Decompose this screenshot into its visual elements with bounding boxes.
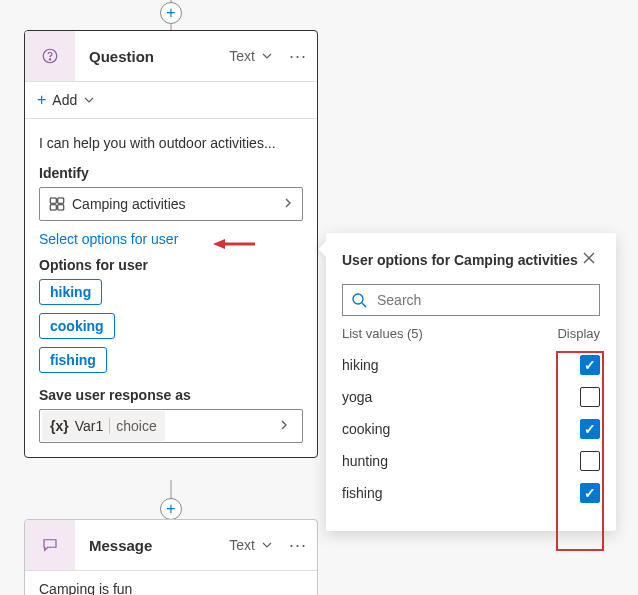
- add-button[interactable]: + Add: [25, 82, 317, 118]
- output-type-selector[interactable]: Text: [229, 537, 279, 553]
- message-card: Message Text ··· Camping is fun: [24, 519, 318, 595]
- list-values-label: List values (5): [342, 326, 557, 341]
- option-name: yoga: [342, 389, 580, 405]
- prompt-text: I can help you with outdoor activities..…: [39, 135, 303, 151]
- search-input[interactable]: [375, 291, 591, 309]
- add-label: Add: [52, 92, 77, 108]
- svg-point-1: [49, 59, 50, 60]
- output-type-label: Text: [229, 537, 255, 553]
- svg-line-9: [362, 303, 366, 307]
- card-title: Message: [75, 537, 229, 554]
- identify-value: Camping activities: [66, 196, 282, 212]
- save-response-label: Save user response as: [39, 387, 303, 403]
- add-node-after[interactable]: +: [160, 498, 182, 520]
- option-row: hunting: [342, 445, 600, 477]
- svg-rect-3: [58, 198, 64, 203]
- question-card: Question Text ··· + Add I can help you w…: [24, 30, 318, 458]
- close-button[interactable]: [578, 247, 600, 272]
- svg-rect-2: [50, 198, 56, 203]
- chevron-down-icon: [83, 94, 95, 106]
- variable-badge: {x} Var1 choice: [42, 411, 165, 441]
- card-header: Message Text ···: [25, 520, 317, 570]
- variable-selector[interactable]: {x} Var1 choice: [39, 409, 303, 443]
- search-icon: [351, 292, 367, 308]
- chevron-down-icon: [261, 50, 273, 62]
- display-checkbox[interactable]: [580, 355, 600, 375]
- card-header: Question Text ···: [25, 31, 317, 81]
- option-name: cooking: [342, 421, 580, 437]
- more-menu[interactable]: ···: [279, 46, 317, 67]
- display-column-label: Display: [557, 326, 600, 341]
- search-box[interactable]: [342, 284, 600, 316]
- display-checkbox[interactable]: [580, 451, 600, 471]
- select-options-link[interactable]: Select options for user: [39, 231, 303, 247]
- plus-icon: +: [37, 91, 46, 109]
- option-row: yoga: [342, 381, 600, 413]
- message-icon: [25, 520, 75, 570]
- add-node-before[interactable]: +: [160, 2, 182, 24]
- variable-type: choice: [116, 418, 156, 434]
- display-checkbox[interactable]: [580, 387, 600, 407]
- identify-selector[interactable]: Camping activities: [39, 187, 303, 221]
- option-row: fishing: [342, 477, 600, 509]
- question-icon: [25, 31, 75, 81]
- option-chip[interactable]: fishing: [39, 347, 107, 373]
- select-options-label: Select options for user: [39, 231, 178, 247]
- card-title: Question: [75, 48, 229, 65]
- identify-label: Identify: [39, 165, 303, 181]
- chevron-right-icon: [270, 418, 298, 434]
- options-label: Options for user: [39, 257, 303, 273]
- user-options-popover: User options for Camping activities List…: [326, 233, 616, 531]
- variable-icon: {x}: [50, 418, 69, 434]
- message-body: Camping is fun: [25, 570, 317, 595]
- svg-point-8: [353, 294, 363, 304]
- display-checkbox[interactable]: [580, 419, 600, 439]
- output-type-label: Text: [229, 48, 255, 64]
- option-chip[interactable]: cooking: [39, 313, 115, 339]
- options-chips: hiking cooking fishing: [39, 279, 303, 373]
- display-checkbox[interactable]: [580, 483, 600, 503]
- callout-arrow-icon: [213, 237, 255, 251]
- option-chip[interactable]: hiking: [39, 279, 102, 305]
- option-name: fishing: [342, 485, 580, 501]
- popover-title: User options for Camping activities: [342, 252, 578, 268]
- chevron-right-icon: [282, 196, 294, 212]
- svg-rect-5: [58, 205, 64, 210]
- option-row: hiking: [342, 349, 600, 381]
- option-name: hiking: [342, 357, 580, 373]
- svg-marker-7: [213, 239, 225, 249]
- variable-name: Var1: [75, 418, 104, 434]
- entity-icon: [48, 195, 66, 213]
- option-row: cooking: [342, 413, 600, 445]
- output-type-selector[interactable]: Text: [229, 48, 279, 64]
- close-icon: [582, 251, 596, 265]
- svg-rect-4: [50, 205, 56, 210]
- more-menu[interactable]: ···: [279, 535, 317, 556]
- chevron-down-icon: [261, 539, 273, 551]
- option-name: hunting: [342, 453, 580, 469]
